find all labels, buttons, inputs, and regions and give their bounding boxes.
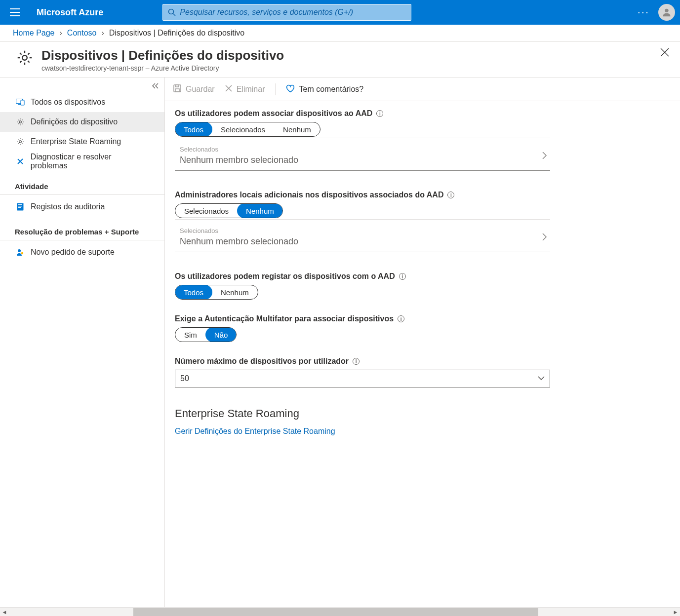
svg-rect-21 — [175, 85, 179, 87]
sidenav-item-label: Registos de auditoria — [31, 202, 105, 211]
svg-line-4 — [173, 14, 176, 16]
svg-rect-15 — [18, 204, 22, 205]
wrench-icon — [15, 157, 26, 165]
select-value: 50 — [180, 374, 189, 383]
sidenav-item-label: Enterprise State Roaming — [31, 137, 121, 146]
svg-point-18 — [18, 249, 21, 252]
svg-rect-14 — [17, 203, 24, 211]
menu-icon[interactable] — [5, 2, 25, 22]
segmented-mfa: Sim Não — [175, 327, 237, 342]
svg-point-13 — [19, 141, 22, 143]
blade-header: Dispositivos | Definições do dispositivo… — [0, 42, 680, 77]
seg-option-no[interactable]: Não — [205, 327, 237, 342]
sidenav-item-diagnose[interactable]: Diagnosticar e resolver problemas — [0, 152, 164, 171]
save-icon — [173, 84, 182, 95]
segmented-join-aad: Todos Selecionados Nenhum — [175, 122, 320, 137]
sidenav-item-device-settings[interactable]: Definições do dispositivo — [0, 112, 164, 132]
info-icon[interactable]: i — [353, 358, 360, 365]
setting-label-register-aad: Os utilizadores podem registar os dispos… — [175, 272, 395, 281]
setting-label-max-devices: Número máximo de dispositivos por utiliz… — [175, 357, 349, 366]
info-icon[interactable]: i — [398, 315, 404, 322]
search-icon — [168, 8, 176, 16]
save-button[interactable]: Guardar — [173, 84, 215, 95]
chevron-down-icon — [538, 374, 545, 383]
breadcrumb-contoso[interactable]: Contoso — [67, 29, 97, 38]
breadcrumb-home[interactable]: Home Page — [13, 29, 55, 38]
search-input[interactable] — [180, 8, 406, 17]
segmented-local-admins: Selecionados Nenhum — [175, 203, 283, 218]
top-bar: Microsoft Azure ··· — [0, 0, 680, 25]
svg-rect-17 — [18, 207, 21, 208]
picker-label: Selecionados — [180, 146, 550, 153]
seg-option-selected[interactable]: Selecionados — [175, 204, 238, 218]
side-nav: Todos os dispositivos Definições do disp… — [0, 77, 165, 613]
scroll-right-icon[interactable]: ► — [671, 608, 680, 616]
scrollbar-thumb[interactable] — [133, 608, 538, 616]
sidenav-item-audit-logs[interactable]: Registos de auditoria — [0, 197, 164, 217]
svg-rect-20 — [174, 85, 181, 92]
picker-label: Selecionados — [180, 227, 550, 234]
member-picker-local-admins[interactable]: Selecionados Nenhum membro selecionado — [175, 224, 550, 252]
sidenav-item-label: Novo pedido de suporte — [31, 248, 115, 257]
seg-option-none[interactable]: Nenhum — [212, 285, 258, 299]
breadcrumb: Home Page › Contoso › Dispositivos | Def… — [0, 25, 680, 41]
close-icon — [225, 84, 233, 94]
max-devices-select[interactable]: 50 — [175, 370, 550, 387]
discard-button[interactable]: Eliminar — [225, 84, 265, 94]
seg-option-yes[interactable]: Sim — [175, 328, 206, 342]
gear-icon — [15, 137, 26, 146]
seg-option-selected[interactable]: Selecionados — [212, 122, 274, 136]
collapse-nav-icon[interactable] — [152, 82, 159, 91]
picker-value: Nenhum membro selecionado — [180, 155, 550, 165]
close-icon[interactable] — [660, 48, 669, 59]
svg-point-3 — [169, 9, 174, 14]
log-icon — [15, 203, 26, 211]
sidenav-item-label: Diagnosticar e resolver problemas — [31, 153, 150, 170]
sidenav-item-esr[interactable]: Enterprise State Roaming — [0, 132, 164, 152]
devices-icon — [15, 99, 26, 106]
setting-label-mfa: Exige a Autenticação Multifator para ass… — [175, 314, 394, 323]
member-picker-join-aad[interactable]: Selecionados Nenhum membro selecionado — [175, 143, 550, 171]
chevron-right-icon: › — [60, 29, 62, 38]
sidenav-item-all-devices[interactable]: Todos os dispositivos — [0, 92, 164, 112]
esr-link[interactable]: Gerir Definições do Enterprise State Roa… — [175, 427, 670, 436]
feedback-button[interactable]: Tem comentários? — [285, 84, 364, 95]
global-search[interactable] — [162, 4, 411, 21]
setting-label-join-aad: Os utilizadores podem associar dispositi… — [175, 109, 372, 118]
sidenav-item-support[interactable]: Novo pedido de suporte — [0, 242, 164, 262]
info-icon[interactable]: i — [447, 192, 454, 198]
info-icon[interactable]: i — [399, 273, 406, 280]
sidenav-item-label: Definições do dispositivo — [31, 117, 118, 126]
seg-option-none[interactable]: Nenhum — [274, 122, 320, 136]
svg-rect-10 — [18, 104, 21, 105]
seg-option-all[interactable]: Todos — [175, 285, 212, 300]
chevron-right-icon: › — [101, 29, 104, 38]
svg-point-5 — [665, 9, 668, 12]
esr-heading: Enterprise State Roaming — [175, 407, 670, 420]
svg-point-19 — [21, 252, 23, 254]
seg-option-all[interactable]: Todos — [175, 122, 212, 137]
picker-value: Nenhum membro selecionado — [180, 236, 550, 247]
avatar[interactable] — [658, 4, 675, 21]
seg-option-none[interactable]: Nenhum — [237, 203, 283, 218]
brand-logo[interactable]: Microsoft Azure — [37, 7, 103, 18]
page-title: Dispositivos | Definições do dispositivo — [41, 48, 284, 63]
overflow-menu-icon[interactable]: ··· — [638, 7, 649, 18]
heart-icon — [285, 84, 295, 95]
chevron-right-icon — [541, 151, 547, 162]
command-bar: Guardar Eliminar Tem comentários? — [165, 77, 680, 101]
svg-rect-11 — [21, 100, 24, 105]
support-icon — [15, 248, 26, 256]
sidenav-heading-activity: Atividade — [0, 171, 164, 195]
horizontal-scrollbar[interactable]: ◄ ► — [0, 607, 680, 616]
svg-rect-22 — [175, 89, 179, 92]
scroll-left-icon[interactable]: ◄ — [0, 608, 9, 616]
setting-label-local-admins: Administradores locais adicionais nos di… — [175, 191, 443, 199]
chevron-right-icon — [541, 232, 547, 243]
page-subtitle: cwatson-testdirectory-tenant-sspr – Azur… — [41, 64, 284, 72]
separator — [275, 83, 276, 95]
sidenav-item-label: Todos os dispositivos — [31, 98, 105, 107]
info-icon[interactable]: i — [376, 110, 383, 117]
breadcrumb-current: Dispositivos | Definições do dispositivo — [109, 29, 245, 38]
gear-icon — [16, 49, 34, 69]
